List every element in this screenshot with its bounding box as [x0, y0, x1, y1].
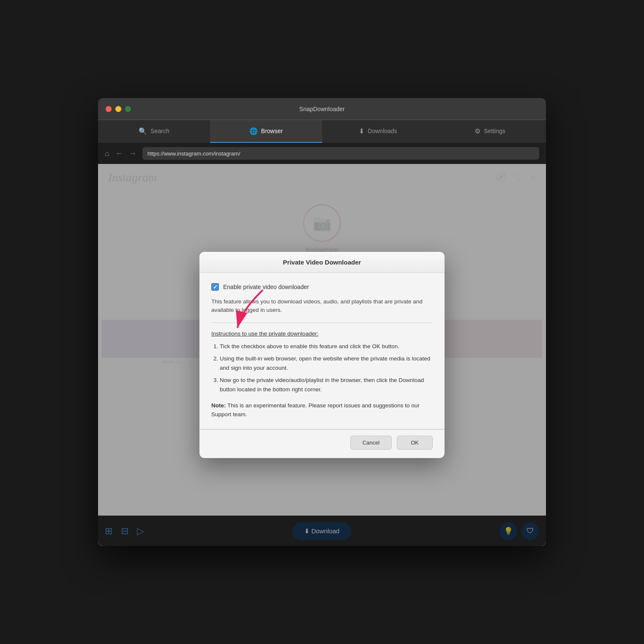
- enable-checkbox-label: Enable private video downloader: [223, 284, 309, 290]
- tab-settings-label: Settings: [484, 128, 505, 134]
- cancel-button[interactable]: Cancel: [350, 436, 392, 450]
- ok-button[interactable]: OK: [397, 436, 433, 450]
- note-label: Note:: [211, 402, 226, 409]
- enable-checkbox-row: Enable private video downloader: [211, 283, 433, 291]
- dialog-title: Private Video Downloader: [199, 252, 445, 273]
- tab-search[interactable]: 🔍 Search: [98, 120, 210, 143]
- instruction-2: Using the built-in web browser, open the…: [220, 354, 433, 372]
- window-controls: [106, 106, 131, 112]
- address-bar: ⌂ ← →: [98, 143, 546, 164]
- tab-downloads[interactable]: ⬇ Downloads: [322, 120, 434, 143]
- nav-tabs: 🔍 Search 🌐 Browser ⬇ Downloads ⚙ Setting…: [98, 120, 546, 143]
- enable-checkbox[interactable]: [211, 283, 219, 291]
- browser-icon: 🌐: [249, 127, 258, 135]
- download-icon: ⬇: [359, 127, 364, 135]
- note-content: This is an experimental feature. Please …: [211, 402, 420, 417]
- settings-icon: ⚙: [475, 127, 480, 135]
- minimize-button[interactable]: [115, 106, 121, 112]
- url-input[interactable]: [142, 147, 539, 160]
- home-button[interactable]: ⌂: [105, 150, 109, 157]
- mac-window: SnapDownloader 🔍 Search 🌐 Browser ⬇ Down…: [98, 98, 546, 546]
- tab-browser-label: Browser: [261, 128, 283, 134]
- back-button[interactable]: ←: [115, 150, 123, 157]
- instruction-1: Tick the checkbox above to enable this f…: [220, 342, 433, 351]
- divider-1: [211, 322, 433, 323]
- maximize-button[interactable]: [125, 106, 131, 112]
- close-button[interactable]: [106, 106, 112, 112]
- window-title: SnapDownloader: [299, 106, 344, 112]
- search-icon: 🔍: [139, 127, 147, 135]
- instructions-title: Instructions to use the private download…: [211, 330, 433, 337]
- dialog-footer: Cancel OK: [199, 429, 445, 458]
- instruction-3: Now go to the private video/audio/playli…: [220, 376, 433, 394]
- dialog-note: Note: This is an experimental feature. P…: [211, 401, 433, 419]
- dialog-body: Enable private video downloader This fea…: [199, 273, 445, 429]
- tab-downloads-label: Downloads: [368, 128, 397, 134]
- tab-settings[interactable]: ⚙ Settings: [434, 120, 546, 143]
- tab-browser[interactable]: 🌐 Browser: [210, 120, 322, 143]
- dialog-description: This feature allows you to download vide…: [211, 297, 433, 315]
- private-video-dialog: Private Video Downloader Enable private …: [199, 252, 445, 458]
- forward-button[interactable]: →: [129, 150, 136, 157]
- title-bar: SnapDownloader: [98, 98, 546, 120]
- instructions-list: Tick the checkbox above to enable this f…: [211, 342, 433, 394]
- browser-content: Instagram 🧭 ♡ ○ 📷 Instagram Bringing you…: [98, 164, 546, 546]
- tab-search-label: Search: [150, 128, 169, 134]
